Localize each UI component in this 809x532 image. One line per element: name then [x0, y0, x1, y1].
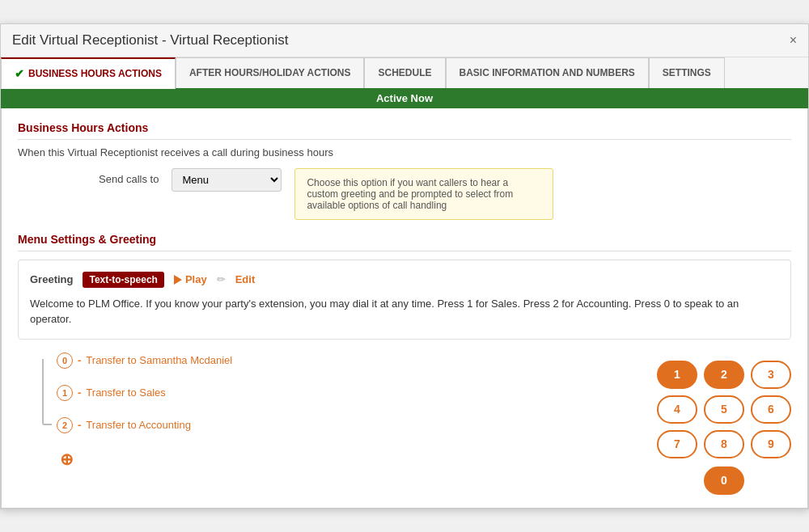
add-menu-item: ⊕	[57, 450, 232, 469]
menu-settings-title: Menu Settings & Greeting	[18, 233, 791, 251]
separator: ✏	[217, 273, 226, 285]
send-calls-label: Send calls to	[99, 168, 159, 185]
numpad-btn-8[interactable]: 8	[704, 430, 744, 458]
add-item-button[interactable]: ⊕	[57, 450, 76, 469]
numpad-btn-3[interactable]: 3	[751, 361, 791, 389]
title-bar: Edit Virtual Receptionist - Virtual Rece…	[1, 24, 808, 57]
active-now-bar: Active Now	[1, 88, 808, 108]
greeting-box: Greeting Text-to-speech Play ✏ Edit Welc…	[18, 260, 791, 340]
main-window: Edit Virtual Receptionist - Virtual Rece…	[0, 23, 809, 509]
business-hours-title: Business Hours Actions	[18, 121, 791, 140]
play-icon	[174, 275, 182, 285]
numpad-btn-9[interactable]: 9	[751, 430, 791, 458]
numpad-btn-2[interactable]: 2	[704, 361, 744, 389]
menu-key-0: 0	[57, 353, 73, 369]
right-panel: 1 2 3 4 5 6 7 8 9 0	[657, 353, 791, 495]
greeting-row: Greeting Text-to-speech Play ✏ Edit	[30, 272, 779, 288]
tab-schedule[interactable]: SCHEDULE	[364, 57, 445, 88]
greeting-label: Greeting	[30, 273, 73, 285]
menu-item-2: 2 - Transfer to Accounting	[57, 417, 232, 433]
edit-button[interactable]: Edit	[235, 273, 256, 285]
tab-after-hours[interactable]: AFTER HOURS/HOLIDAY ACTIONS	[176, 57, 365, 88]
numpad-btn-4[interactable]: 4	[657, 395, 697, 424]
tab-basic-info[interactable]: BASIC INFORMATION AND NUMBERS	[446, 57, 649, 88]
menu-dash-2: -	[78, 419, 81, 431]
play-button[interactable]: Play	[174, 273, 207, 285]
tab-settings[interactable]: SETTINGS	[649, 57, 725, 88]
numpad-btn-1[interactable]: 1	[657, 361, 697, 389]
numpad-btn-5[interactable]: 5	[704, 395, 744, 424]
send-calls-row: Send calls to Menu Extension Voicemail E…	[99, 168, 791, 220]
menu-items-section: 0 - Transfer to Samantha Mcdaniel 1 - Tr…	[42, 353, 641, 477]
window-title: Edit Virtual Receptionist - Virtual Rece…	[12, 32, 288, 49]
numpad-grid: 1 2 3 4 5 6 7 8 9	[657, 361, 791, 458]
business-hours-description: When this Virtual Receptionist receives …	[18, 146, 791, 158]
menu-item-0: 0 - Transfer to Samantha Mcdaniel	[57, 353, 232, 369]
info-box: Choose this option if you want callers t…	[294, 168, 553, 220]
send-calls-select[interactable]: Menu Extension Voicemail External Number	[172, 168, 282, 192]
numpad-zero-row: 0	[704, 467, 744, 495]
bracket-visual	[42, 359, 52, 425]
menu-dash-0: -	[78, 354, 81, 366]
numpad-btn-7[interactable]: 7	[657, 430, 697, 458]
tab-bar: ✔ BUSINESS HOURS ACTIONS AFTER HOURS/HOL…	[1, 57, 808, 88]
tab-business-hours[interactable]: ✔ BUSINESS HOURS ACTIONS	[1, 57, 176, 89]
main-content: Business Hours Actions When this Virtual…	[1, 108, 808, 509]
menu-item-label-2[interactable]: Transfer to Accounting	[86, 419, 191, 431]
menu-item-1: 1 - Transfer to Sales	[57, 385, 232, 401]
bracket-shape	[42, 359, 52, 425]
greeting-text: Welcome to PLM Office. If you know your …	[30, 296, 779, 327]
numpad-btn-6[interactable]: 6	[751, 395, 791, 424]
tts-badge: Text-to-speech	[83, 272, 163, 288]
main-area: 0 - Transfer to Samantha Mcdaniel 1 - Tr…	[18, 353, 791, 495]
menu-dash-1: -	[78, 386, 81, 399]
menu-item-label-1[interactable]: Transfer to Sales	[86, 386, 166, 399]
close-button[interactable]: ×	[790, 33, 797, 48]
menu-items-list: 0 - Transfer to Samantha Mcdaniel 1 - Tr…	[57, 353, 232, 477]
numpad-btn-0[interactable]: 0	[704, 467, 744, 495]
menu-key-2: 2	[57, 417, 73, 433]
check-icon: ✔	[15, 67, 24, 80]
menu-key-1: 1	[57, 385, 73, 401]
left-panel: 0 - Transfer to Samantha Mcdaniel 1 - Tr…	[18, 353, 641, 495]
menu-item-label-0[interactable]: Transfer to Samantha Mcdaniel	[86, 354, 232, 366]
